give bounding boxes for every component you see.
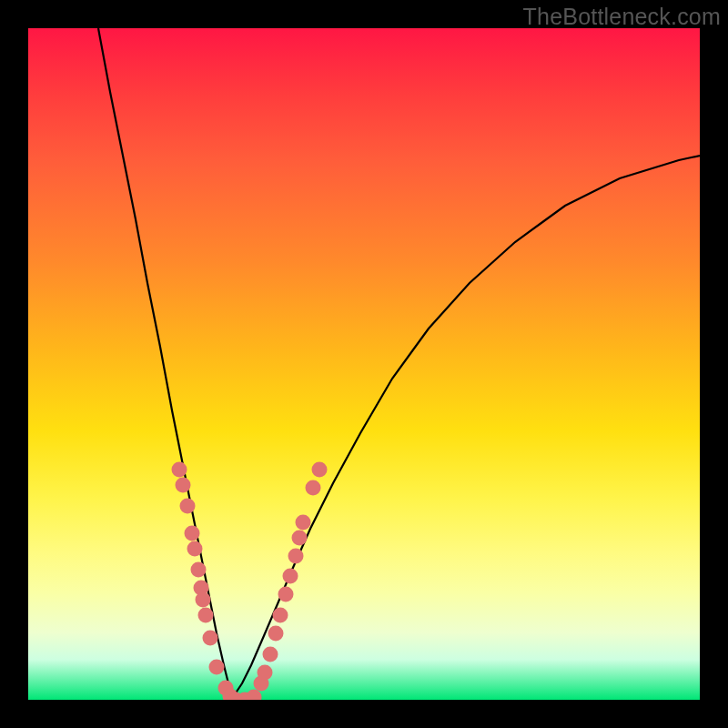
curve-right-branch [233,156,700,697]
scatter-dot [180,499,196,514]
scatter-dot [263,647,278,662]
scatter-dot [288,549,304,564]
scatter-dot [306,480,321,496]
scatter-dot [268,626,284,642]
scatter-dot [196,592,211,608]
scatter-dot [273,608,288,623]
scatter-dot [191,562,207,578]
scatter-dot [312,462,328,478]
scatter-dot [198,608,214,623]
curve-svg [28,28,700,700]
scatter-dot [283,569,298,584]
plot-area [28,28,700,700]
scatter-dot [203,631,218,646]
scatter-dot [176,478,191,493]
scatter-dot [209,660,225,675]
scatter-dot [172,462,187,478]
scatter-dot [258,665,273,681]
scatter-dot [278,587,294,602]
scatter-dot [185,526,200,541]
chart-viewport: TheBottleneck.com [0,0,728,728]
watermark-text: TheBottleneck.com [523,4,721,30]
scatter-dot [296,515,311,531]
scatter-dot [292,531,308,546]
scatter-dots [172,462,328,701]
scatter-dot [187,541,203,557]
curve-left-branch [98,28,233,697]
